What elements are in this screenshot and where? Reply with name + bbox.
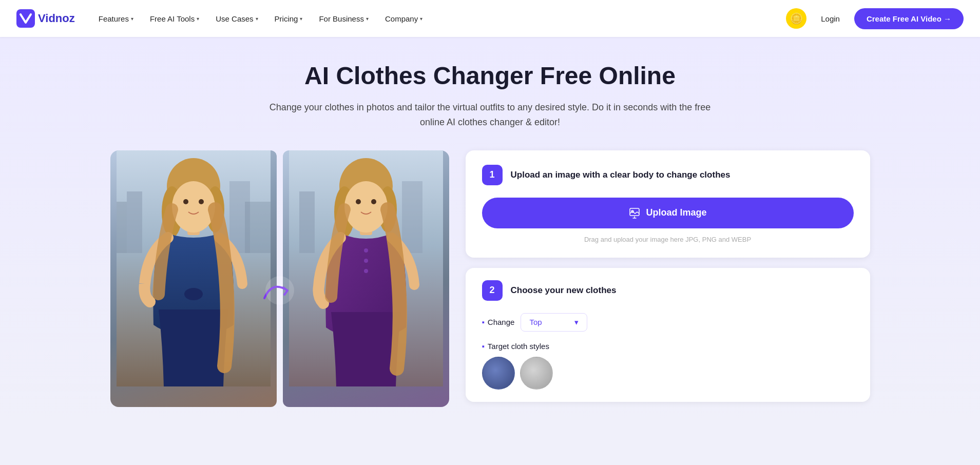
upload-icon bbox=[628, 207, 641, 219]
svg-point-24 bbox=[371, 199, 376, 204]
before-person-illustration bbox=[110, 150, 277, 386]
nav-pricing[interactable]: Pricing ▾ bbox=[267, 10, 310, 27]
chevron-icon: ▾ bbox=[366, 16, 369, 22]
svg-rect-16 bbox=[299, 191, 315, 253]
step2-header: 2 Choose your new clothes bbox=[482, 280, 854, 301]
chevron-down-icon: ▾ bbox=[574, 318, 579, 327]
cloth-thumb-2[interactable] bbox=[520, 357, 553, 390]
upload-image-button[interactable]: Upload Image bbox=[482, 198, 854, 228]
svg-point-27 bbox=[364, 269, 368, 273]
navbar: Vidnoz Features ▾ Free AI Tools ▾ Use Ca… bbox=[0, 0, 980, 37]
step2-card: 2 Choose your new clothes Change Top ▾ T… bbox=[466, 268, 870, 402]
nav-right: 🪙 Login Create Free AI Video → bbox=[786, 8, 964, 29]
target-cloth-label: Target cloth styles bbox=[482, 342, 854, 351]
svg-rect-2 bbox=[127, 191, 142, 253]
cloth-thumbnails bbox=[482, 357, 854, 390]
login-button[interactable]: Login bbox=[815, 10, 846, 27]
step1-title: Upload an image with a clear body to cha… bbox=[511, 169, 731, 181]
svg-point-25 bbox=[364, 248, 368, 253]
chevron-icon: ▾ bbox=[131, 16, 133, 22]
change-label: Change bbox=[482, 318, 515, 326]
svg-rect-0 bbox=[16, 9, 35, 28]
nav-company[interactable]: Company ▾ bbox=[378, 10, 430, 27]
hero-subtitle: Change your clothes in photos and tailor… bbox=[270, 100, 711, 130]
nav-features[interactable]: Features ▾ bbox=[91, 10, 141, 27]
svg-point-23 bbox=[356, 199, 361, 204]
nav-free-ai-tools[interactable]: Free AI Tools ▾ bbox=[143, 10, 206, 27]
nav-use-cases[interactable]: Use Cases ▾ bbox=[208, 10, 265, 27]
logo-icon bbox=[16, 9, 35, 28]
chevron-icon: ▾ bbox=[420, 16, 422, 22]
svg-point-12 bbox=[199, 199, 204, 204]
before-image bbox=[110, 150, 277, 407]
after-image bbox=[283, 150, 449, 407]
create-video-button[interactable]: Create Free AI Video → bbox=[854, 8, 964, 29]
hero-section: AI Clothes Changer Free Online Change yo… bbox=[0, 37, 980, 428]
nav-links: Features ▾ Free AI Tools ▾ Use Cases ▾ P… bbox=[91, 10, 786, 27]
change-row: Change Top ▾ bbox=[482, 313, 854, 332]
upload-hint: Drag and upload your image here JPG, PNG… bbox=[482, 236, 854, 243]
step2-title: Choose your new clothes bbox=[511, 284, 617, 297]
svg-rect-17 bbox=[402, 181, 422, 253]
svg-point-13 bbox=[184, 288, 203, 300]
hero-title: AI Clothes Changer Free Online bbox=[0, 62, 980, 90]
step1-card: 1 Upload an image with a clear body to c… bbox=[466, 150, 870, 258]
image-comparison bbox=[110, 150, 449, 407]
main-content: 1 Upload an image with a clear body to c… bbox=[80, 150, 901, 428]
coin-icon[interactable]: 🪙 bbox=[786, 8, 806, 29]
step1-badge: 1 bbox=[482, 165, 503, 185]
nav-for-business[interactable]: For Business ▾ bbox=[312, 10, 376, 27]
change-dropdown[interactable]: Top ▾ bbox=[521, 313, 587, 332]
step1-header: 1 Upload an image with a clear body to c… bbox=[482, 165, 854, 185]
svg-point-26 bbox=[364, 259, 368, 263]
step2-badge: 2 bbox=[482, 280, 503, 301]
logo-text: Vidnoz bbox=[38, 12, 75, 25]
svg-rect-4 bbox=[117, 202, 127, 253]
chevron-icon: ▾ bbox=[300, 16, 302, 22]
chevron-icon: ▾ bbox=[256, 16, 258, 22]
chevron-icon: ▾ bbox=[197, 16, 199, 22]
right-panel: 1 Upload an image with a clear body to c… bbox=[466, 150, 870, 402]
cloth-thumb-1[interactable] bbox=[482, 357, 515, 390]
after-person-illustration bbox=[283, 150, 449, 386]
svg-point-11 bbox=[183, 199, 188, 204]
svg-rect-5 bbox=[245, 202, 271, 253]
logo[interactable]: Vidnoz bbox=[16, 9, 75, 28]
